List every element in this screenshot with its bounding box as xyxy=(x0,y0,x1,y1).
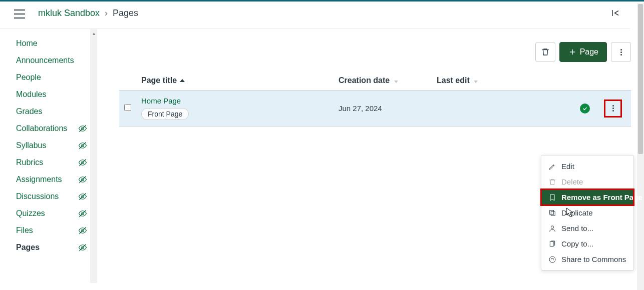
bookmark-icon xyxy=(548,194,556,202)
column-header-lastedit[interactable]: Last edit xyxy=(437,76,537,85)
sort-icon xyxy=(474,80,478,83)
sidebar-item-pages[interactable]: Pages xyxy=(14,239,89,256)
menu-item-label: Delete xyxy=(561,178,583,186)
sidebar-scrollbar[interactable]: ▴ xyxy=(90,29,97,283)
hidden-eye-icon xyxy=(78,158,87,167)
sidebar-item-syllabus[interactable]: Syllabus xyxy=(14,137,89,154)
svg-rect-20 xyxy=(550,210,554,214)
svg-rect-19 xyxy=(551,212,555,216)
toolbar-more-button[interactable] xyxy=(611,42,631,62)
table-header-row: Page title Creation date Last edit xyxy=(119,73,631,90)
menu-item-edit[interactable]: Edit xyxy=(541,158,633,174)
row-more-button[interactable] xyxy=(604,100,622,118)
page-scrollbar[interactable] xyxy=(637,3,644,290)
kebab-icon xyxy=(620,49,622,56)
menu-item-label: Duplicate xyxy=(561,208,593,217)
delete-pages-button[interactable] xyxy=(535,42,555,62)
hidden-eye-icon xyxy=(78,243,87,252)
column-header-lastedit-label: Last edit xyxy=(437,76,470,84)
menu-item-label: Remove as Front Page xyxy=(561,193,642,202)
page-title-link[interactable]: Home Page xyxy=(141,96,339,105)
pencil-icon xyxy=(548,162,556,170)
sort-asc-icon xyxy=(180,79,185,82)
duplicate-icon xyxy=(548,209,556,217)
breadcrumb-course-link[interactable]: mkluk Sandbox xyxy=(38,8,100,18)
sidebar-item-label: Files xyxy=(16,226,78,235)
svg-rect-22 xyxy=(550,242,553,246)
top-bar: mkluk Sandbox › Pages xyxy=(0,2,630,29)
menu-item-delete: Delete xyxy=(541,174,633,190)
chevron-right-icon: › xyxy=(105,8,108,18)
collapse-menu-icon[interactable] xyxy=(611,8,620,18)
menu-item-remove-front-page[interactable]: Remove as Front Page xyxy=(541,190,633,205)
sidebar-item-assignments[interactable]: Assignments xyxy=(14,171,89,188)
sidebar-item-label: Pages xyxy=(16,243,78,252)
published-icon[interactable] xyxy=(580,104,590,114)
sidebar-item-label: People xyxy=(16,73,87,82)
sidebar-item-label: Assignments xyxy=(16,175,78,184)
add-page-button[interactable]: Page xyxy=(559,42,607,62)
hidden-eye-icon xyxy=(78,175,87,184)
menu-item-label: Edit xyxy=(561,162,574,170)
sidebar-item-label: Syllabus xyxy=(16,141,78,150)
svg-point-21 xyxy=(551,226,553,228)
hidden-eye-icon xyxy=(78,192,87,201)
sidebar-item-home[interactable]: Home xyxy=(14,35,89,52)
commons-icon xyxy=(548,256,556,264)
svg-point-23 xyxy=(549,256,555,262)
sidebar-item-label: Announcements xyxy=(16,56,87,65)
column-header-title-label: Page title xyxy=(141,76,177,85)
row-context-menu: Edit Delete Remove as Front Page Duplica… xyxy=(541,155,634,270)
menu-item-label: Copy to... xyxy=(561,240,593,248)
sidebar-item-files[interactable]: Files xyxy=(14,222,89,239)
breadcrumb: mkluk Sandbox › Pages xyxy=(38,8,138,18)
sidebar-item-label: Modules xyxy=(16,90,87,99)
sidebar-item-collaborations[interactable]: Collaborations xyxy=(14,120,89,137)
menu-item-copy-to[interactable]: Copy to... xyxy=(541,236,633,252)
sidebar-item-modules[interactable]: Modules xyxy=(14,86,89,103)
menu-item-label: Send to... xyxy=(561,224,593,232)
column-header-creation[interactable]: Creation date xyxy=(339,76,437,85)
course-nav: HomeAnnouncementsPeopleModulesGradesColl… xyxy=(14,29,89,283)
trash-icon xyxy=(548,178,556,186)
sidebar-item-discussions[interactable]: Discussions xyxy=(14,188,89,205)
row-checkbox[interactable] xyxy=(124,104,131,111)
sidebar-item-label: Discussions xyxy=(16,192,78,201)
sidebar-item-label: Collaborations xyxy=(16,124,78,133)
sort-icon xyxy=(394,80,398,83)
plus-icon xyxy=(568,48,577,56)
sidebar-item-label: Rubrics xyxy=(16,158,78,167)
table-row: Home Page Front Page Jun 27, 2024 xyxy=(119,90,631,126)
sidebar-item-grades[interactable]: Grades xyxy=(14,103,89,120)
menu-item-send-to[interactable]: Send to... xyxy=(541,220,633,236)
sidebar-item-people[interactable]: People xyxy=(14,69,89,86)
hidden-eye-icon xyxy=(78,124,87,133)
menu-item-label: Share to Commons xyxy=(561,255,626,264)
column-header-title[interactable]: Page title xyxy=(138,76,339,85)
sidebar-item-rubrics[interactable]: Rubrics xyxy=(14,154,89,171)
menu-item-duplicate[interactable]: Duplicate xyxy=(541,205,633,220)
sidebar-item-label: Home xyxy=(16,39,87,48)
column-header-creation-label: Creation date xyxy=(339,76,390,84)
hidden-eye-icon xyxy=(78,226,87,235)
breadcrumb-current: Pages xyxy=(113,8,138,18)
hidden-eye-icon xyxy=(78,209,87,218)
front-page-badge: Front Page xyxy=(141,108,189,120)
sidebar-item-label: Grades xyxy=(16,107,87,116)
row-creation-date: Jun 27, 2024 xyxy=(339,104,437,112)
copy-icon xyxy=(548,240,556,248)
sidebar-item-label: Quizzes xyxy=(16,209,78,218)
hamburger-icon[interactable] xyxy=(14,10,26,18)
hidden-eye-icon xyxy=(78,141,87,150)
user-icon xyxy=(548,224,556,232)
sidebar-item-announcements[interactable]: Announcements xyxy=(14,52,89,69)
sidebar-item-quizzes[interactable]: Quizzes xyxy=(14,205,89,222)
kebab-icon xyxy=(612,105,614,112)
menu-item-share-commons[interactable]: Share to Commons xyxy=(541,252,633,267)
main-content: Page Page title Creation date Last edit xyxy=(97,29,644,283)
add-page-label: Page xyxy=(580,48,598,56)
trash-icon xyxy=(541,48,550,56)
page-toolbar: Page xyxy=(119,42,631,62)
